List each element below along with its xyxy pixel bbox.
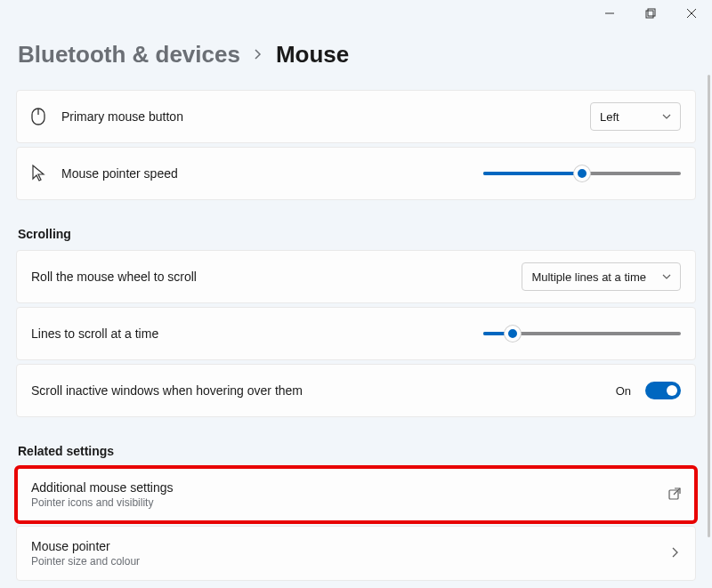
minimize-button[interactable]: [589, 0, 630, 27]
window-controls: [589, 0, 712, 27]
row-label: Mouse pointer speed: [61, 166, 483, 181]
chevron-down-icon: [662, 110, 671, 124]
row-scroll-wheel: Roll the mouse wheel to scroll Multiple …: [16, 250, 696, 303]
row-label: Lines to scroll at a time: [31, 326, 483, 341]
close-button[interactable]: [671, 0, 712, 27]
scroll-inactive-toggle[interactable]: [645, 382, 681, 399]
row-lines-to-scroll: Lines to scroll at a time: [16, 307, 696, 360]
link-mouse-pointer[interactable]: Mouse pointer Pointer size and colour: [16, 526, 696, 581]
svg-line-9: [674, 488, 680, 495]
svg-rect-2: [648, 9, 655, 16]
chevron-right-icon: [253, 48, 263, 62]
row-primary-mouse-button: Primary mouse button Left: [16, 90, 696, 143]
cursor-icon: [31, 165, 61, 182]
scrollbar[interactable]: [708, 75, 710, 537]
chevron-down-icon: [662, 270, 671, 284]
breadcrumb: Bluetooth & devices Mouse: [18, 41, 696, 68]
breadcrumb-parent[interactable]: Bluetooth & devices: [18, 41, 240, 68]
slider-fill: [483, 172, 582, 175]
lines-to-scroll-slider[interactable]: [483, 325, 681, 342]
link-subtitle: Pointer size and colour: [31, 555, 670, 568]
row-label: Primary mouse button: [61, 109, 590, 124]
row-pointer-speed: Mouse pointer speed: [16, 147, 696, 200]
dropdown-value: Multiple lines at a time: [531, 270, 646, 284]
slider-thumb[interactable]: [505, 326, 521, 342]
pointer-speed-slider[interactable]: [483, 165, 681, 182]
mouse-icon: [31, 108, 61, 125]
primary-button-dropdown[interactable]: Left: [590, 102, 681, 131]
chevron-right-icon: [670, 546, 681, 560]
svg-rect-1: [646, 11, 653, 18]
row-label: Scroll inactive windows when hovering ov…: [31, 383, 616, 398]
link-title: Additional mouse settings: [31, 480, 668, 495]
section-heading-scrolling: Scrolling: [18, 227, 696, 241]
dropdown-value: Left: [600, 110, 619, 124]
row-label: Roll the mouse wheel to scroll: [31, 270, 522, 284]
page-title: Mouse: [276, 41, 349, 68]
open-external-icon: [668, 487, 681, 503]
scroll-wheel-dropdown[interactable]: Multiple lines at a time: [522, 262, 681, 291]
row-scroll-inactive: Scroll inactive windows when hovering ov…: [16, 364, 696, 417]
link-additional-mouse-settings[interactable]: Additional mouse settings Pointer icons …: [16, 467, 696, 522]
toggle-knob: [667, 385, 677, 396]
link-title: Mouse pointer: [31, 539, 670, 553]
toggle-state-text: On: [616, 384, 631, 398]
svg-marker-7: [33, 165, 44, 181]
maximize-button[interactable]: [630, 0, 671, 27]
link-subtitle: Pointer icons and visibility: [31, 496, 668, 509]
section-heading-related: Related settings: [18, 444, 696, 458]
slider-thumb[interactable]: [574, 165, 590, 181]
